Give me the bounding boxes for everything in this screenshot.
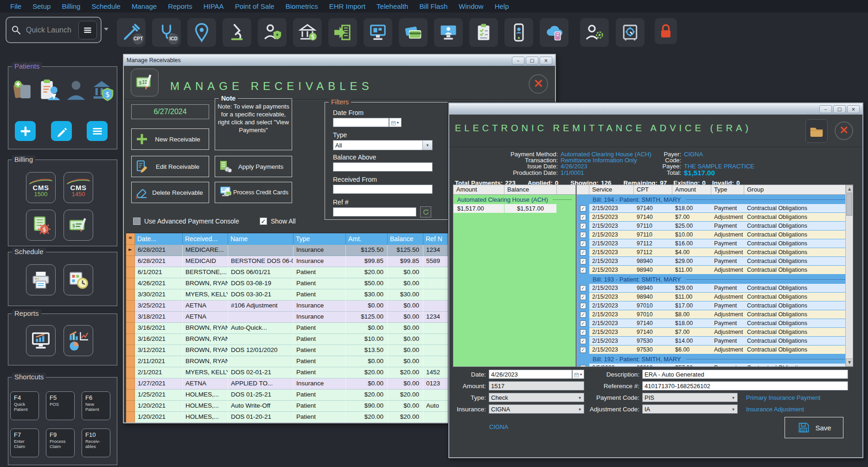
edit-receivable-button[interactable]: Edit Receivable xyxy=(131,156,209,177)
row-checkbox[interactable]: ✓ xyxy=(580,338,586,344)
scroll-down-button[interactable]: ▼ xyxy=(846,358,853,366)
patient-profile-icon[interactable] xyxy=(64,78,89,103)
shortcut-f4[interactable]: F4Quick Patient xyxy=(10,391,39,420)
era-date-input[interactable] xyxy=(489,370,572,379)
close-button[interactable]: × xyxy=(540,57,552,64)
era-titlebar[interactable]: – □ × xyxy=(449,103,862,115)
toolbar-provider-training[interactable] xyxy=(434,18,463,47)
statements-button[interactable]: $ xyxy=(26,210,56,241)
toolbar-mobile-app[interactable] xyxy=(504,18,533,47)
refresh-button[interactable] xyxy=(420,206,431,218)
minimize-button[interactable]: – xyxy=(819,105,832,113)
row-checkbox[interactable]: ✓ xyxy=(580,294,586,300)
type-select[interactable]: All ▾ xyxy=(333,140,433,150)
maximize-button[interactable]: □ xyxy=(526,57,538,64)
era-payment-code-select[interactable]: PIS ▾ xyxy=(642,393,738,402)
row-checkbox[interactable]: ✓ xyxy=(580,303,586,309)
row-checkbox[interactable]: ✓ xyxy=(580,312,586,318)
apply-payments-button[interactable]: Apply Payments xyxy=(215,156,292,177)
menu-file[interactable]: File xyxy=(5,2,27,10)
quick-launch[interactable]: Quick Launch xyxy=(6,17,102,43)
menu-window[interactable]: Window xyxy=(453,2,489,10)
vertical-scrollbar[interactable]: ▲ ▼ xyxy=(845,185,853,366)
era-service-row[interactable]: ✓2/15/202397112$4.00AdjustmentContractua… xyxy=(577,248,853,256)
era-adjustment-code-select[interactable]: IA ▾ xyxy=(642,404,738,414)
maximize-button[interactable]: □ xyxy=(833,105,846,113)
advanced-payment-console-checkbox[interactable]: Use Advanced Payment Console xyxy=(133,218,239,225)
delete-receivable-button[interactable]: Delete Receivable xyxy=(131,182,209,203)
shortcut-f5[interactable]: F5POS xyxy=(46,391,75,420)
menu-bill-flash[interactable]: Bill Flash xyxy=(414,2,453,10)
ref-input[interactable] xyxy=(333,207,416,217)
shortcut-f7[interactable]: F7Enter Claim xyxy=(10,429,39,457)
row-checkbox[interactable]: ✓ xyxy=(580,267,586,273)
menu-biometrics[interactable]: Biometrics xyxy=(280,2,324,10)
menu-setup[interactable]: Setup xyxy=(27,2,56,10)
era-service-row[interactable]: ✓2/15/202397140$7.00AdjustmentContractua… xyxy=(577,328,853,336)
toolbar-workstation[interactable] xyxy=(364,18,392,47)
dialog-close-button[interactable]: × xyxy=(529,74,548,94)
era-service-row[interactable]: ✓2/15/202397010$8.00AdjustmentContractua… xyxy=(577,310,853,319)
payment-row[interactable]: $1,517.00 $1,517.00 xyxy=(453,204,575,213)
toolbar-user-settings[interactable] xyxy=(580,18,609,47)
era-service-row[interactable]: ✓2/15/202398940$29.00PaymentContractual … xyxy=(577,257,853,265)
menu-reports[interactable]: Reports xyxy=(162,2,198,10)
era-service-row[interactable]: ✓2/15/202397530$6.00AdjustmentContractua… xyxy=(577,345,853,354)
quick-launch-caret[interactable] xyxy=(104,28,108,31)
menu-billing[interactable]: Billing xyxy=(56,2,86,10)
received-from-input[interactable] xyxy=(333,185,433,194)
column-header-group[interactable]: Group xyxy=(744,185,846,194)
column-header-date[interactable]: Date... xyxy=(135,233,183,245)
column-header-balance[interactable]: Balance xyxy=(504,185,557,194)
toolbar-cloud-sync[interactable] xyxy=(540,18,568,47)
menu-ehr-import[interactable]: EHR Import xyxy=(324,2,371,10)
column-header-balance[interactable]: Balance xyxy=(388,233,423,245)
era-service-row[interactable]: ✓2/15/202397110$10.00AdjustmentContractu… xyxy=(577,230,853,239)
scrollbar-thumb[interactable] xyxy=(846,193,852,216)
appointments-button[interactable] xyxy=(64,264,93,295)
menu-schedule[interactable]: Schedule xyxy=(86,2,126,10)
toolbar-locations[interactable] xyxy=(187,18,216,47)
dialog-close-button[interactable]: × xyxy=(835,122,853,140)
era-service-row[interactable]: ✓2/5/202399213$57.00PaymentContractual O… xyxy=(577,364,853,367)
toolbar-icd-codes[interactable]: ICD xyxy=(152,18,181,47)
shortcut-f10[interactable]: F10Receiv-ables xyxy=(82,429,110,457)
era-service-row[interactable]: ✓2/15/202397140$7.00AdjustmentContractua… xyxy=(577,213,853,221)
row-checkbox[interactable]: ✓ xyxy=(580,214,586,220)
row-checkbox[interactable]: ✓ xyxy=(580,249,586,256)
row-checkbox[interactable]: ✓ xyxy=(580,365,586,367)
era-service-row[interactable]: ✓2/15/202397140$18.00PaymentContractual … xyxy=(577,319,853,327)
cms-1500-button[interactable]: CMS 1500 xyxy=(26,172,56,203)
column-header-amount[interactable]: Amount xyxy=(672,185,711,194)
patient-list-button[interactable] xyxy=(87,121,108,141)
column-header-amount[interactable]: Amount xyxy=(453,185,504,194)
toolbar-session-lock[interactable] xyxy=(655,18,677,44)
toolbar-data-vault[interactable] xyxy=(616,18,645,47)
toolbar-labs[interactable] xyxy=(223,18,251,47)
shortcut-f6[interactable]: F6New Patient xyxy=(82,391,110,420)
minimize-button[interactable]: – xyxy=(512,57,524,64)
row-checkbox[interactable]: ✓ xyxy=(580,232,586,238)
column-header-received[interactable]: Received... xyxy=(183,233,228,245)
era-description-input[interactable] xyxy=(642,370,848,379)
row-checkbox[interactable]: ✓ xyxy=(580,223,586,229)
row-checkbox[interactable]: ✓ xyxy=(580,241,586,247)
toolbar-tasks-checklist[interactable] xyxy=(469,18,498,47)
era-service-row[interactable]: ✓2/15/202397530$14.00PaymentContractual … xyxy=(577,337,853,345)
era-service-row[interactable]: ✓2/15/202397010$17.00PaymentContractual … xyxy=(577,301,853,310)
open-file-button[interactable] xyxy=(805,119,828,143)
menu-telehealth[interactable]: Telehealth xyxy=(371,2,414,10)
era-service-row[interactable]: ✓2/15/202397112$16.00PaymentContractual … xyxy=(577,239,853,248)
manage-receivables-titlebar[interactable]: Manage Receivables – □ × xyxy=(124,55,555,66)
print-schedule-button[interactable] xyxy=(26,264,56,295)
era-service-row[interactable]: ✓2/15/202397110$25.00PaymentContractual … xyxy=(577,222,853,230)
era-service-row[interactable]: ✓2/15/202398940$29.00PaymentContractual … xyxy=(577,284,853,292)
insurance-link[interactable]: CIGNA xyxy=(489,423,508,430)
row-checkbox[interactable]: ✓ xyxy=(580,205,586,211)
patient-intake-icon[interactable] xyxy=(37,78,62,103)
row-checkbox[interactable]: ✓ xyxy=(580,329,586,335)
menu-help[interactable]: Help xyxy=(489,2,515,10)
balance-above-input[interactable] xyxy=(333,162,433,172)
era-service-row[interactable]: ✓2/15/202397140$18.00PaymentContractual … xyxy=(577,204,853,212)
quick-launch-menu-button[interactable] xyxy=(78,21,97,39)
